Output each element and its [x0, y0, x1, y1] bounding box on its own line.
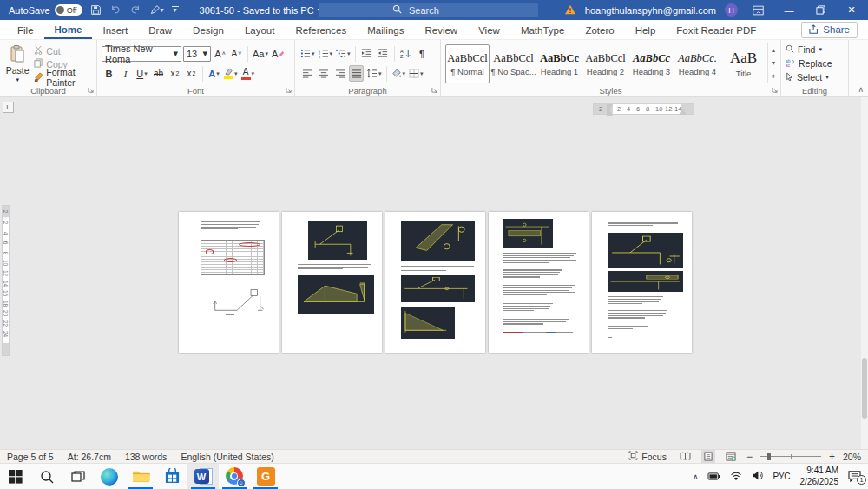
sort-button[interactable]: AZ: [398, 45, 413, 62]
change-case-button[interactable]: Aa▾: [252, 45, 269, 62]
grow-font-button[interactable]: A˄: [213, 45, 227, 62]
redo-icon[interactable]: [129, 5, 141, 16]
zoom-slider[interactable]: [760, 450, 821, 463]
font-dialog-launcher-icon[interactable]: [286, 84, 292, 95]
styles-gallery-scroll[interactable]: ▲ ▼ ⇟: [767, 43, 779, 83]
language-input-indicator[interactable]: РУС: [773, 472, 790, 481]
save-icon[interactable]: [90, 4, 102, 16]
styles-scroll-up-icon[interactable]: ▲: [768, 43, 779, 56]
print-layout-button[interactable]: [701, 450, 715, 463]
zoom-out-button[interactable]: −: [746, 451, 753, 463]
word-icon[interactable]: W: [187, 464, 219, 489]
language-indicator[interactable]: English (United States): [181, 452, 273, 462]
page-thumbnail-1[interactable]: [179, 212, 279, 353]
superscript-button[interactable]: x2: [184, 65, 199, 82]
minimize-button[interactable]: —: [778, 0, 800, 20]
edge-icon[interactable]: [94, 464, 125, 489]
align-right-button[interactable]: [332, 65, 347, 82]
action-center-button[interactable]: 1: [848, 471, 861, 482]
ribbon-tab-layout[interactable]: Layout: [234, 22, 286, 38]
style-card-heading-4[interactable]: AaBbCc.Heading 4: [675, 44, 720, 83]
numbering-button[interactable]: 123▾: [318, 45, 334, 62]
paragraph-dialog-launcher-icon[interactable]: [431, 84, 437, 95]
style-card--normal[interactable]: AaBbCcl¶ Normal: [445, 44, 490, 83]
show-paragraph-marks-button[interactable]: ¶: [415, 45, 430, 62]
shrink-font-button[interactable]: A˅: [229, 45, 244, 62]
ribbon-tab-home[interactable]: Home: [44, 21, 93, 39]
align-left-button[interactable]: [299, 65, 314, 82]
shading-button[interactable]: ▾: [391, 65, 407, 82]
page-indicator[interactable]: Page 5 of 5: [7, 452, 54, 462]
styles-scroll-down-icon[interactable]: ▼: [768, 56, 779, 69]
close-button[interactable]: ✕: [840, 0, 863, 20]
page-thumbnail-3[interactable]: [385, 212, 485, 353]
font-name-combo[interactable]: Times New Roma▾: [102, 46, 181, 62]
styles-dialog-launcher-icon[interactable]: [772, 84, 778, 95]
clear-formatting-button[interactable]: A: [271, 45, 286, 62]
chrome-icon[interactable]: ☺: [219, 464, 250, 489]
document-area[interactable]: L 2 2468101214 2 24681012141618202224: [0, 97, 868, 449]
warning-icon[interactable]: [564, 4, 576, 17]
paste-button[interactable]: Paste ▾: [4, 43, 30, 83]
ribbon-tab-references[interactable]: References: [285, 22, 357, 38]
tray-chevron-up-icon[interactable]: ∧: [693, 472, 699, 481]
account-email[interactable]: hoangthulanspyhn@gmail.com: [585, 5, 716, 16]
undo-icon[interactable]: [109, 5, 122, 16]
start-button[interactable]: [0, 464, 31, 489]
ribbon-display-options-icon[interactable]: [746, 0, 769, 20]
bold-button[interactable]: B: [102, 65, 116, 82]
justify-button[interactable]: [349, 65, 364, 82]
decrease-indent-button[interactable]: [359, 45, 374, 62]
ribbon-tab-mathtype[interactable]: MathType: [510, 22, 575, 38]
ribbon-tab-review[interactable]: Review: [414, 22, 468, 38]
ribbon-tab-zotero[interactable]: Zotero: [575, 22, 624, 38]
underline-button[interactable]: U▾: [135, 65, 149, 82]
zoom-in-button[interactable]: +: [829, 451, 835, 463]
italic-button[interactable]: I: [118, 65, 133, 82]
bullets-button[interactable]: ▾: [299, 45, 316, 62]
style-card-title[interactable]: AaBTitle: [721, 44, 766, 83]
scrollbar-thumb[interactable]: [862, 358, 867, 419]
line-spacing-button[interactable]: ▾: [365, 65, 383, 82]
cut-button[interactable]: Cut: [34, 45, 92, 56]
ribbon-tab-draw[interactable]: Draw: [138, 22, 182, 38]
page-thumbnail-4[interactable]: [489, 212, 589, 353]
share-button[interactable]: Share: [801, 22, 858, 38]
clipboard-dialog-launcher-icon[interactable]: [88, 84, 94, 95]
style-card-heading-1[interactable]: AaBbCcHeading 1: [537, 44, 582, 83]
page-thumbnail-2[interactable]: [282, 212, 382, 353]
restore-button[interactable]: [809, 0, 832, 20]
ribbon-tab-mailings[interactable]: Mailings: [357, 22, 414, 38]
ink-pen-icon[interactable]: ▾: [149, 4, 164, 16]
text-highlight-button[interactable]: ▾: [223, 65, 239, 82]
subscript-button[interactable]: x2: [168, 65, 182, 82]
taskbar-clock[interactable]: 9:41 AM 2/26/2025: [800, 466, 839, 487]
ribbon-tab-design[interactable]: Design: [182, 22, 234, 38]
replace-button[interactable]: abac Replace: [786, 56, 844, 69]
word-count[interactable]: 138 words: [125, 452, 167, 462]
select-button[interactable]: Select▾: [786, 70, 844, 83]
task-view-button[interactable]: [62, 464, 94, 489]
autosave-toggle[interactable]: AutoSave Off: [9, 4, 82, 16]
wifi-icon[interactable]: [730, 472, 742, 482]
search-box[interactable]: Search: [319, 3, 538, 17]
format-painter-button[interactable]: Format Painter: [34, 71, 92, 83]
customize-quick-access-icon[interactable]: ▾: [172, 6, 179, 15]
vertical-scrollbar[interactable]: [861, 97, 868, 449]
page-thumbnail-5[interactable]: [592, 212, 692, 353]
ribbon-tab-help[interactable]: Help: [625, 22, 667, 38]
font-size-combo[interactable]: 13▾: [183, 46, 211, 62]
collapse-ribbon-icon[interactable]: ∧: [858, 85, 864, 94]
zoom-slider-thumb[interactable]: [767, 453, 771, 460]
ribbon-tab-view[interactable]: View: [468, 22, 510, 38]
microsoft-store-icon[interactable]: [156, 464, 187, 489]
volume-icon[interactable]: [752, 471, 763, 482]
styles-gallery-more-icon[interactable]: ⇟: [768, 69, 779, 83]
battery-icon[interactable]: [707, 472, 720, 482]
web-layout-button[interactable]: [723, 450, 739, 463]
find-button[interactable]: Find▾: [786, 43, 844, 56]
style-card-heading-3[interactable]: AaBbCcHeading 3: [629, 44, 674, 83]
increase-indent-button[interactable]: [376, 45, 391, 62]
zoom-level[interactable]: 20%: [843, 452, 861, 462]
align-center-button[interactable]: [316, 65, 331, 82]
